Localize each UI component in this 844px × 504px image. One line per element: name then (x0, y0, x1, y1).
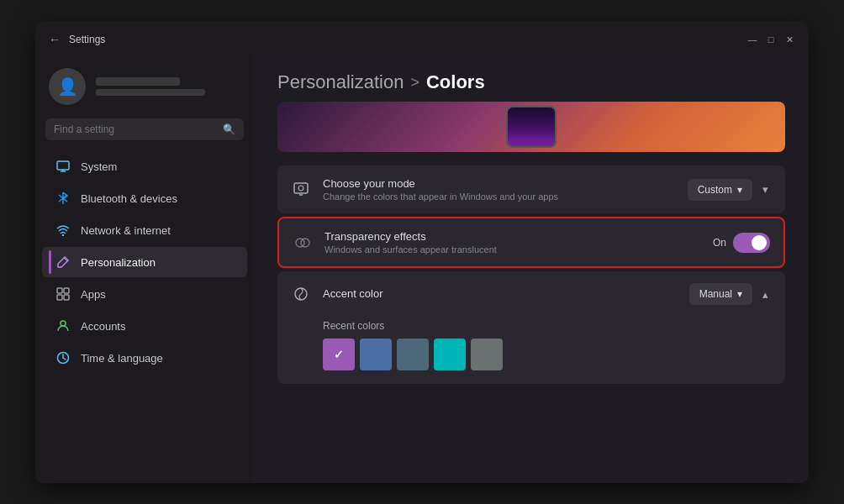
time-icon (55, 350, 71, 365)
hero-phone (506, 106, 557, 148)
network-icon (55, 223, 71, 238)
search-icon: 🔍 (223, 123, 235, 135)
user-info (96, 77, 205, 96)
sidebar-label-network: Network & internet (81, 224, 171, 237)
breadcrumb-current: Colors (426, 71, 485, 93)
sidebar-label-personalization: Personalization (81, 256, 156, 269)
transparency-icon (293, 233, 313, 253)
color-swatch-4[interactable] (471, 339, 503, 370)
window-title: Settings (69, 34, 105, 45)
search-input[interactable] (54, 123, 216, 135)
transparency-title: Transparency effects (324, 230, 701, 243)
sidebar-label-time: Time & language (81, 352, 163, 365)
sidebar: 👤 🔍 (35, 55, 254, 483)
toggle-thumb (752, 235, 767, 250)
close-button[interactable]: ✕ (783, 34, 795, 45)
transparency-control: On (713, 233, 770, 253)
back-button[interactable]: ← (49, 33, 61, 46)
toggle-wrapper: On (713, 233, 770, 253)
color-swatch-2[interactable] (397, 339, 429, 370)
apps-icon (55, 286, 71, 302)
sidebar-label-accounts: Accounts (81, 320, 125, 333)
mode-title: Choose your mode (323, 177, 676, 190)
mode-desc: Change the colors that appear in Windows… (323, 192, 676, 202)
accent-section: Accent color Manual ▾ ▴ Recent colo (277, 271, 785, 384)
mode-dropdown-chevron: ▾ (737, 184, 742, 196)
user-name (96, 77, 180, 86)
sidebar-item-time[interactable]: Time & language (42, 343, 247, 373)
breadcrumb-separator: > (410, 74, 419, 92)
svg-point-3 (62, 234, 64, 236)
minimize-button[interactable]: — (746, 34, 758, 45)
accent-title: Accent color (323, 287, 678, 300)
main-content: 👤 🔍 (35, 55, 809, 483)
accent-dropdown[interactable]: Manual ▾ (689, 283, 752, 305)
svg-rect-4 (57, 288, 62, 293)
svg-rect-10 (294, 183, 308, 193)
color-swatch-0[interactable] (323, 339, 355, 370)
accent-dropdown-label: Manual (699, 288, 732, 300)
accent-control: Manual ▾ ▴ (689, 283, 772, 305)
sidebar-item-bluetooth[interactable]: Bluetooth & devices (42, 183, 247, 213)
breadcrumb-parent: Personalization (277, 71, 404, 93)
accent-body: Recent colors (277, 317, 785, 384)
maximize-button[interactable]: □ (765, 34, 777, 45)
svg-point-11 (298, 186, 303, 191)
sidebar-item-apps[interactable]: Apps (42, 279, 247, 309)
accent-header: Accent color Manual ▾ ▴ (277, 271, 785, 317)
svg-point-8 (61, 321, 66, 326)
avatar-icon: 👤 (57, 76, 78, 97)
sidebar-label-apps: Apps (81, 288, 106, 301)
sidebar-label-system: System (81, 160, 117, 173)
user-section: 👤 (35, 61, 254, 118)
accent-expand-icon: ▴ (762, 288, 768, 301)
bluetooth-icon (55, 191, 71, 206)
mode-dropdown-label: Custom (698, 184, 732, 196)
sidebar-item-accounts[interactable]: Accounts (42, 311, 247, 341)
sidebar-item-network[interactable]: Network & internet (42, 215, 247, 245)
accounts-icon (55, 318, 71, 333)
color-swatch-1[interactable] (360, 339, 392, 370)
accent-text: Accent color (323, 287, 678, 302)
expand-icon: ▾ (762, 183, 768, 196)
toggle-label: On (713, 237, 726, 249)
title-bar-left: ← Settings (49, 33, 105, 46)
title-bar: ← Settings — □ ✕ (35, 21, 809, 55)
mode-expand-button[interactable]: ▾ (759, 180, 772, 199)
accent-expand-button[interactable]: ▴ (759, 285, 772, 304)
title-bar-controls: — □ ✕ (746, 34, 795, 45)
svg-rect-6 (57, 295, 62, 300)
breadcrumb: Personalization > Colors (254, 55, 809, 102)
sidebar-label-bluetooth: Bluetooth & devices (81, 192, 177, 205)
svg-rect-0 (57, 161, 69, 170)
user-email (96, 89, 205, 96)
color-swatches (323, 339, 772, 370)
mode-icon (291, 180, 311, 200)
transparency-text: Transparency effects Windows and surface… (324, 230, 701, 255)
sidebar-item-system[interactable]: System (42, 151, 247, 181)
system-icon (55, 159, 71, 174)
transparency-desc: Windows and surfaces appear translucent (324, 244, 701, 255)
transparency-row: Transparency effects Windows and surface… (277, 217, 785, 268)
avatar: 👤 (49, 68, 86, 105)
mode-text: Choose your mode Change the colors that … (323, 177, 676, 202)
choose-mode-row: Choose your mode Change the colors that … (277, 165, 785, 213)
hero-image (277, 102, 785, 152)
color-swatch-3[interactable] (434, 339, 466, 370)
transparency-toggle[interactable] (733, 233, 770, 253)
content-area: Personalization > Colors Choose y (254, 55, 809, 483)
search-box[interactable]: 🔍 (45, 118, 244, 140)
mode-dropdown[interactable]: Custom ▾ (688, 179, 752, 201)
accent-icon (291, 284, 311, 304)
personalization-icon (55, 255, 71, 270)
svg-rect-7 (64, 295, 69, 300)
svg-point-14 (301, 239, 309, 247)
svg-rect-5 (64, 288, 69, 293)
sidebar-item-personalization[interactable]: Personalization (42, 247, 247, 277)
mode-control: Custom ▾ ▾ (688, 179, 772, 201)
settings-window: ← Settings — □ ✕ 👤 🔍 (35, 21, 809, 483)
recent-colors-label: Recent colors (323, 320, 772, 332)
accent-dropdown-chevron: ▾ (737, 288, 742, 300)
